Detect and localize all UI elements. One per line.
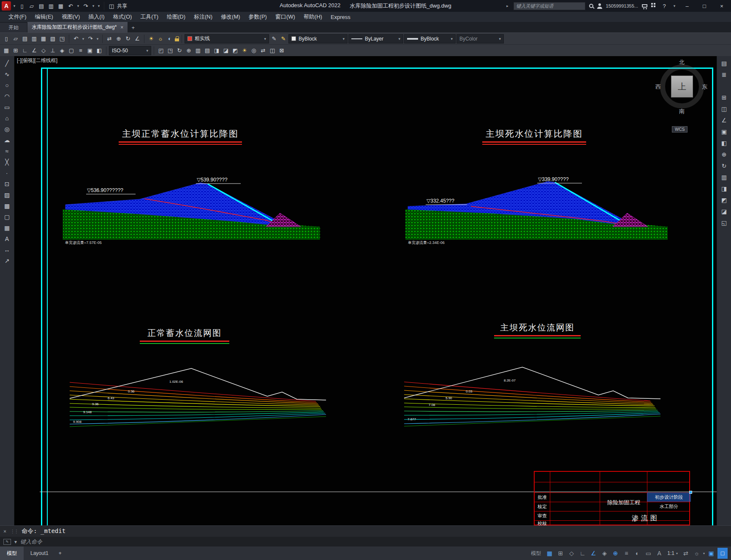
command-caret-icon[interactable]: ▾: [14, 539, 17, 545]
measure-panel-icon[interactable]: ∠: [719, 115, 730, 125]
search-input[interactable]: [514, 2, 585, 10]
gradient-tool-icon[interactable]: ▩: [2, 201, 13, 211]
undo-icon[interactable]: ↶: [66, 1, 75, 11]
quick-properties-icon[interactable]: ▣: [86, 46, 94, 55]
layers-icon[interactable]: ≣: [719, 70, 730, 79]
help-icon[interactable]: ?: [660, 1, 668, 11]
menu-help[interactable]: 帮助(H): [299, 12, 326, 22]
compass-east[interactable]: 东: [702, 83, 707, 91]
account-icon[interactable]: [597, 3, 602, 9]
circle-tool-icon[interactable]: ○: [2, 80, 13, 90]
transparency-icon[interactable]: ◐: [633, 548, 642, 559]
sheet-panel-icon[interactable]: ▥: [719, 172, 730, 182]
tab-start[interactable]: 开始: [0, 23, 27, 32]
undo-caret-icon[interactable]: ▾: [81, 34, 85, 43]
view-cube[interactable]: 北 西 东 南 上 WCS: [655, 60, 709, 136]
dim-style-combo[interactable]: ISO-50 ▾: [109, 46, 151, 55]
command-input-prompt[interactable]: 键入命令: [20, 538, 42, 546]
redo-icon[interactable]: ↷: [86, 34, 95, 43]
export-icon[interactable]: ⊠: [277, 46, 286, 55]
regen-icon[interactable]: ↻: [124, 34, 132, 43]
iso-draft-icon[interactable]: ◈: [600, 548, 609, 559]
compass-west[interactable]: 西: [655, 83, 661, 91]
otrack-icon[interactable]: ⊥: [49, 46, 57, 55]
account-name[interactable]: 15059991355...: [606, 3, 638, 8]
table-tool-icon[interactable]: ▦: [2, 223, 13, 233]
minimize-button[interactable]: –: [680, 0, 694, 11]
polar-tracking-icon[interactable]: ∠: [589, 548, 598, 559]
share-icon[interactable]: ◫: [107, 1, 116, 11]
gear-caret-icon[interactable]: ▾: [703, 552, 705, 555]
snap-grid-icon[interactable]: ▦: [2, 46, 11, 55]
command-grip-icon[interactable]: ⋮⋮: [10, 529, 18, 534]
infer-constraints-icon[interactable]: ◇: [567, 548, 576, 559]
undo-caret-icon[interactable]: ▾: [76, 1, 80, 11]
redo-caret-icon[interactable]: ▾: [95, 34, 100, 43]
search-history-icon[interactable]: ▸: [505, 1, 510, 11]
menu-tools[interactable]: 工具(T): [136, 12, 163, 22]
workspace-switch-icon[interactable]: ⇄: [681, 548, 690, 559]
share-label[interactable]: 共享: [117, 3, 127, 10]
ortho-mode-icon[interactable]: ∟: [578, 548, 587, 559]
dynamic-ucs-icon[interactable]: ◈: [58, 46, 66, 55]
properties-icon[interactable]: ▤: [719, 58, 730, 68]
blocks-icon[interactable]: ⊞: [719, 92, 730, 102]
new-icon[interactable]: ▯: [2, 34, 11, 43]
sheet-set-icon[interactable]: ▥: [194, 46, 202, 55]
redo-icon[interactable]: ↷: [82, 1, 90, 11]
tab-close-icon[interactable]: ×: [120, 24, 123, 30]
selection-grip[interactable]: [689, 491, 692, 494]
annotation-scale-control[interactable]: 1:1 ▾: [666, 550, 679, 556]
lineweight-display-icon[interactable]: ≡: [76, 46, 85, 55]
color-caret-icon[interactable]: ▾: [342, 37, 345, 41]
compass-south[interactable]: 南: [679, 108, 685, 115]
render-panel-icon[interactable]: ◩: [719, 195, 730, 205]
view-panel-icon[interactable]: ◧: [719, 138, 730, 148]
point-tool-icon[interactable]: ∙: [2, 168, 13, 178]
leader-tool-icon[interactable]: ↗: [2, 256, 13, 265]
new-layout-button[interactable]: +: [55, 546, 65, 560]
app-store-cart-icon[interactable]: [642, 4, 647, 8]
object-snap-icon[interactable]: ⊕: [611, 548, 620, 559]
view-cube-icon[interactable]: ◳: [166, 46, 174, 55]
lineweight-show-icon[interactable]: ≡: [622, 548, 631, 559]
menu-draw[interactable]: 绘图(D): [163, 12, 190, 22]
scale-caret-icon[interactable]: ▾: [676, 552, 678, 555]
materials-icon[interactable]: ◪: [222, 46, 230, 55]
ucs-panel-icon[interactable]: ⊕: [719, 149, 730, 159]
plot-preview-icon[interactable]: ▧: [49, 34, 57, 43]
view-cube-top-face[interactable]: 上: [671, 76, 693, 97]
linetype-caret-icon[interactable]: ▾: [264, 37, 266, 41]
command-input-row[interactable]: ✎ ▾ 键入命令: [0, 537, 731, 547]
new-file-icon[interactable]: ▯: [18, 1, 26, 11]
save-as-icon[interactable]: ▥: [47, 1, 55, 11]
navigation-icon[interactable]: ↻: [175, 46, 184, 55]
save-as-icon[interactable]: ▥: [30, 34, 38, 43]
palette-panel-icon[interactable]: ◨: [719, 184, 730, 193]
help-caret-icon[interactable]: ▾: [672, 1, 677, 11]
polyline-tool-icon[interactable]: ∿: [2, 69, 13, 79]
zoom-icon[interactable]: ⊕: [114, 34, 123, 43]
arc-tool-icon[interactable]: ◠: [2, 91, 13, 101]
linetype-combo[interactable]: 粗实线 ▾: [185, 34, 269, 43]
spline-tool-icon[interactable]: ≈: [2, 146, 13, 156]
lineweight-caret-icon[interactable]: ▾: [451, 37, 453, 41]
command-pencil-icon[interactable]: ✎: [3, 539, 11, 545]
camera-icon[interactable]: ◎: [250, 46, 258, 55]
insert-block-tool-icon[interactable]: ⊡: [2, 179, 13, 189]
customization-gear-icon[interactable]: ☼: [692, 548, 701, 559]
text-tool-icon[interactable]: A: [2, 234, 13, 243]
open-icon[interactable]: ▱: [11, 34, 20, 43]
plotstyle-caret-icon[interactable]: ▾: [499, 37, 501, 41]
menu-view[interactable]: 视图(V): [57, 12, 84, 22]
lock-icon[interactable]: [175, 38, 179, 41]
autocad-logo[interactable]: A: [2, 1, 11, 11]
menu-insert[interactable]: 插入(I): [84, 12, 109, 22]
compass-north[interactable]: 北: [679, 59, 685, 66]
snap-mode-icon[interactable]: ⊞: [556, 548, 565, 559]
linetype-layer-caret-icon[interactable]: ▾: [398, 37, 400, 41]
viewport-controls[interactable]: [-][俯视][二维线框]: [17, 57, 57, 64]
groups-icon[interactable]: ◫: [719, 104, 730, 114]
edit-properties-icon[interactable]: ✎: [279, 34, 288, 43]
model-button[interactable]: 模型: [529, 548, 543, 559]
